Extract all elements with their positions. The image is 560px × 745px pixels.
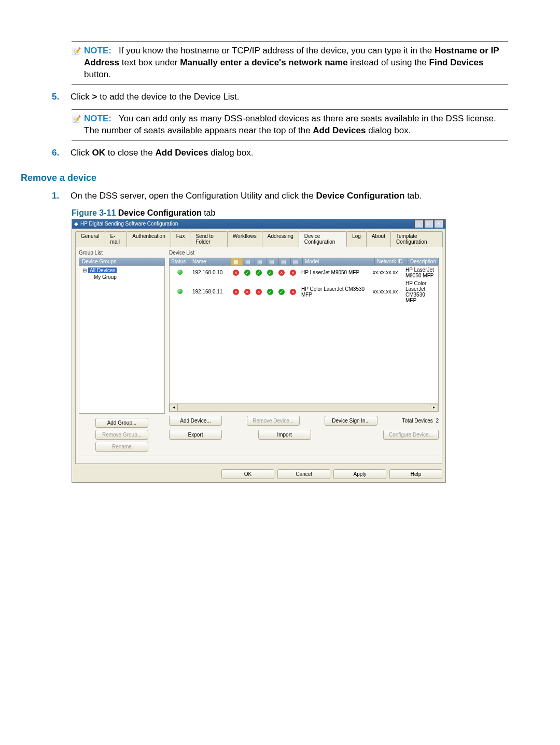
check-icon: ✓ <box>267 270 273 276</box>
step-5: 5. Click > to add the device to the Devi… <box>52 92 508 102</box>
app-window: ◆ HP Digital Sending Software Configurat… <box>72 219 446 483</box>
remove-group-button[interactable]: Remove Group... <box>95 430 148 440</box>
note-label: NOTE: <box>84 114 111 123</box>
note-body: NOTE: If you know the hostname or TCP/IP… <box>84 45 508 81</box>
check-icon: ✓ <box>244 270 250 276</box>
tree-item-my-group[interactable]: My Group <box>80 274 163 280</box>
step-number: 6. <box>52 148 61 158</box>
tree-item-all-devices[interactable]: ⊟ All Devices <box>80 267 163 274</box>
x-icon: × <box>290 289 296 295</box>
col-name[interactable]: Name <box>190 258 231 265</box>
note-icon: 📝 <box>72 46 81 55</box>
col-status[interactable]: Status <box>169 258 190 265</box>
tab-workflows[interactable]: Workflows <box>227 231 262 247</box>
device-groups-tree[interactable]: ⊟ All Devices My Group <box>79 265 165 414</box>
tab-send-to-folder[interactable]: Send to Folder <box>190 231 227 247</box>
group-list-label: Group List <box>79 250 165 256</box>
step-6: 6. Click OK to close the Add Devices dia… <box>52 148 508 158</box>
tab-email[interactable]: E-mail <box>105 231 128 247</box>
maximize-button[interactable]: □ <box>424 220 433 228</box>
remove-step-1: 1. On the DSS server, open the Configura… <box>52 191 508 201</box>
check-icon: ✓ <box>278 289 285 295</box>
col-icon-2[interactable]: ▤ <box>243 258 255 265</box>
col-icon-4[interactable]: ▤ <box>267 258 279 265</box>
note-block: 📝 NOTE: If you know the hostname or TCP/… <box>72 41 508 85</box>
help-button[interactable]: Help <box>389 469 442 479</box>
status-icon <box>177 289 183 294</box>
add-group-button[interactable]: Add Group... <box>95 418 148 428</box>
tab-general[interactable]: General <box>75 231 105 247</box>
close-button[interactable]: × <box>434 220 443 228</box>
configure-device-button[interactable]: Configure Device... <box>383 430 439 440</box>
rename-button[interactable]: Rename <box>95 442 148 452</box>
col-model[interactable]: Model <box>303 258 375 265</box>
table-row[interactable]: 192.168.0.10 × ✓ ✓ ✓ × × HP LaserJet M90… <box>170 266 438 279</box>
title-bar: ◆ HP Digital Sending Software Configurat… <box>72 219 445 229</box>
scroll-left-icon[interactable]: ◂ <box>170 404 178 412</box>
x-icon: × <box>278 270 285 276</box>
tab-log[interactable]: Log <box>346 231 367 247</box>
horizontal-scrollbar[interactable]: ◂ ▸ <box>170 403 438 411</box>
tree-expand-icon[interactable]: ⊟ <box>82 268 87 273</box>
ok-button[interactable]: OK <box>221 469 274 479</box>
note-label: NOTE: <box>84 46 111 55</box>
col-description[interactable]: Description <box>408 258 439 265</box>
x-icon: × <box>233 270 239 276</box>
apply-button[interactable]: Apply <box>333 469 386 479</box>
scroll-right-icon[interactable]: ▸ <box>430 404 438 412</box>
heading-remove-device: Remove a device <box>21 173 508 184</box>
device-list[interactable]: 192.168.0.10 × ✓ ✓ ✓ × × HP LaserJet M90… <box>169 265 439 412</box>
device-groups-header: Device Groups <box>79 258 165 265</box>
step-number: 1. <box>52 191 61 201</box>
note-block: 📝 NOTE: You can add only as many DSS-ena… <box>72 109 508 140</box>
tab-device-configuration[interactable]: Device Configuration <box>299 231 347 247</box>
x-icon: × <box>233 289 239 295</box>
check-icon: ✓ <box>256 270 262 276</box>
total-devices: Total Devices 2 <box>402 418 439 424</box>
tab-addressing[interactable]: Addressing <box>262 231 299 247</box>
cancel-button[interactable]: Cancel <box>277 469 330 479</box>
device-sign-in-button[interactable]: Device Sign In... <box>325 416 377 426</box>
device-list-label: Device List <box>169 250 439 256</box>
x-icon: × <box>290 270 296 276</box>
import-button[interactable]: Import <box>258 430 311 440</box>
tab-fax[interactable]: Fax <box>171 231 191 247</box>
tab-template-configuration[interactable]: Template Configuration <box>390 231 443 247</box>
col-network-id[interactable]: Network ID <box>375 258 408 265</box>
app-icon: ◆ <box>74 221 78 227</box>
tab-authentication[interactable]: Authentication <box>127 231 171 247</box>
tab-about[interactable]: About <box>366 231 391 247</box>
device-list-header: Status Name ▦ ▤ ▤ ▤ ▤ ▤ Model Network ID… <box>169 258 439 265</box>
tab-bar: General E-mail Authentication Fax Send t… <box>72 229 445 246</box>
col-icon-1[interactable]: ▦ <box>231 258 243 265</box>
window-title: ◆ HP Digital Sending Software Configurat… <box>74 221 178 227</box>
export-button[interactable]: Export <box>169 430 222 440</box>
minimize-button[interactable]: _ <box>414 220 424 228</box>
x-icon: × <box>256 289 262 295</box>
remove-device-button[interactable]: Remove Device... <box>247 416 300 426</box>
add-device-button[interactable]: Add Device... <box>169 416 222 426</box>
step-number: 5. <box>52 92 61 102</box>
col-icon-5[interactable]: ▤ <box>279 258 291 265</box>
col-icon-6[interactable]: ▤ <box>291 258 303 265</box>
check-icon: ✓ <box>267 289 273 295</box>
note-icon: 📝 <box>72 114 81 123</box>
x-icon: × <box>244 289 250 295</box>
table-row[interactable]: 192.168.0.11 × × × ✓ ✓ × HP Color LaserJ… <box>170 279 438 304</box>
note-body: NOTE: You can add only as many DSS-enabl… <box>84 113 508 137</box>
figure-caption: Figure 3-11 Device Configuration tab <box>72 208 508 218</box>
status-icon <box>177 270 183 275</box>
col-icon-3[interactable]: ▤ <box>255 258 267 265</box>
